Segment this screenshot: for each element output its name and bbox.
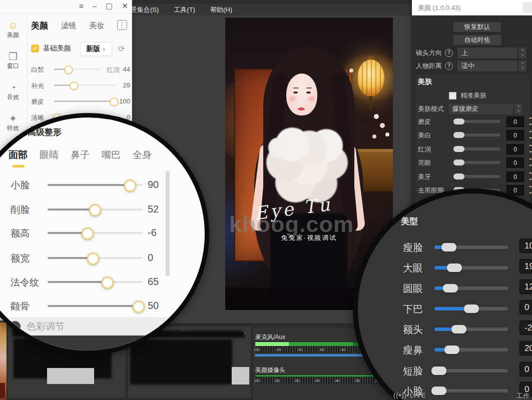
refresh-icon[interactable]: ⟳ <box>118 44 125 54</box>
cam-tick: -55 <box>274 378 280 383</box>
close-icon[interactable]: ✕ <box>122 2 128 10</box>
slider-value-field[interactable]: 0 <box>506 130 524 140</box>
compare-icon[interactable] <box>117 20 127 30</box>
slider-handle[interactable] <box>453 174 464 180</box>
sidebar-item-beauty[interactable]: ☺ 美颜 <box>0 20 26 40</box>
tab-beauty[interactable]: 美颜 <box>31 20 48 32</box>
scrollbar[interactable] <box>166 171 170 276</box>
skin-mode-dropdown[interactable]: 朦胧磨皮 <box>448 103 514 115</box>
slider-handle[interactable] <box>443 284 458 292</box>
slider-handle[interactable] <box>64 66 73 74</box>
slider-handle[interactable] <box>453 146 464 152</box>
slider-track[interactable] <box>434 246 508 249</box>
slider-track[interactable] <box>434 389 508 392</box>
slider-value-field[interactable]: 20 <box>519 341 532 356</box>
stepper-icon[interactable]: ⌃⌄ <box>525 158 532 167</box>
tab-body[interactable]: 全身 <box>133 148 152 162</box>
slider-handle[interactable] <box>447 264 462 272</box>
slider-track[interactable] <box>434 307 508 310</box>
slider-handle[interactable] <box>133 300 145 313</box>
slider-track[interactable] <box>48 281 143 283</box>
menu-item-help[interactable]: 帮助(H) <box>210 6 232 14</box>
menu-icon[interactable]: ≡ <box>79 2 84 10</box>
slider-fill <box>54 100 114 102</box>
slider-track[interactable] <box>48 305 143 307</box>
slider-track[interactable] <box>455 175 500 178</box>
lens-direction-dropdown[interactable]: 上 <box>457 47 518 59</box>
mic-volume-fill[interactable] <box>255 354 375 356</box>
slider-track[interactable] <box>434 286 508 290</box>
tab-makeup[interactable]: 美妆 <box>89 21 104 30</box>
slider-track[interactable] <box>455 148 500 150</box>
stepper-icon[interactable]: ⌃⌄ <box>525 172 532 181</box>
stepper-icon[interactable]: ⌃⌄ <box>525 144 532 154</box>
slider-value-field[interactable]: 0 <box>519 362 532 376</box>
slider-value-field[interactable]: 12 <box>519 280 532 294</box>
slider-track[interactable] <box>434 369 508 372</box>
basic-beauty-checkbox[interactable]: ✓ <box>31 44 39 52</box>
maximize-icon[interactable]: ▢ <box>106 2 113 10</box>
minimize-icon[interactable]: – <box>93 2 97 10</box>
slider-handle[interactable] <box>89 204 102 216</box>
help-icon[interactable]: ? <box>445 49 453 57</box>
slider-value-field[interactable]: 10 <box>519 238 532 253</box>
slider-handle[interactable] <box>431 386 446 395</box>
slider-extra-label: 红润 <box>107 66 120 74</box>
slider-handle[interactable] <box>431 366 446 375</box>
version-dropdown[interactable]: 新版 ∨ <box>80 42 112 56</box>
slider-track[interactable] <box>455 134 500 136</box>
restore-defaults-button[interactable]: 恢复默认 <box>453 22 501 32</box>
tab-mouth[interactable]: 嘴巴 <box>102 148 121 162</box>
slider-handle[interactable] <box>124 180 137 192</box>
slider-track[interactable] <box>48 257 143 259</box>
spinner-icon[interactable]: ⌃⌄ <box>514 103 523 115</box>
slider-handle[interactable] <box>70 82 78 90</box>
slider-handle[interactable] <box>81 228 94 240</box>
slider-label: 白皙 <box>31 66 44 74</box>
person-distance-dropdown[interactable]: 适中 <box>457 60 518 72</box>
slider-handle[interactable] <box>453 132 464 138</box>
tab-nose[interactable]: 鼻子 <box>71 148 90 162</box>
slider-handle[interactable] <box>87 252 100 265</box>
slider-track[interactable] <box>434 266 508 270</box>
beauty-smiley-icon: ☺ <box>0 20 26 31</box>
slider-handle[interactable] <box>453 118 464 124</box>
precise-skin-checkbox[interactable] <box>449 92 456 100</box>
slider-track[interactable] <box>455 161 500 164</box>
slider-track[interactable] <box>48 208 143 210</box>
slider-value-field[interactable]: 19 <box>519 259 532 274</box>
stepper-icon[interactable]: ⌃⌄ <box>525 130 532 140</box>
spinner-icon[interactable]: ⌃⌄ <box>518 47 527 59</box>
tab-eyes[interactable]: 眼睛 <box>40 148 59 162</box>
slider-handle[interactable] <box>453 160 464 166</box>
slider-track[interactable] <box>434 348 508 352</box>
slider-handle[interactable] <box>444 346 459 354</box>
plugin-titlebar-button[interactable] <box>523 2 532 13</box>
slider-value-field[interactable]: 0 <box>506 158 524 168</box>
slider-handle[interactable] <box>464 304 479 313</box>
tab-face[interactable]: 面部 <box>9 148 28 162</box>
slider-value-field[interactable]: 0 <box>506 172 524 182</box>
spinner-icon[interactable]: ⌃⌄ <box>518 60 527 72</box>
slider-value-field[interactable]: -2 <box>519 320 532 335</box>
autofocus-button[interactable]: 自动对焦 <box>453 34 501 46</box>
slider-value-field[interactable]: 0 <box>506 144 524 154</box>
menu-item-tools[interactable]: 工具(T) <box>174 6 195 14</box>
slider-track[interactable] <box>48 232 143 234</box>
stepper-icon[interactable]: ⌃⌄ <box>525 116 532 126</box>
slider-handle[interactable] <box>101 276 114 289</box>
slider-value-field[interactable]: 0 <box>506 116 524 127</box>
stepper-icon[interactable]: ⌃⌄ <box>525 185 532 194</box>
slider-handle[interactable] <box>441 243 456 252</box>
slider-track[interactable] <box>54 84 116 86</box>
help-icon[interactable]: ? <box>445 62 453 70</box>
slider-track[interactable] <box>54 100 116 102</box>
slider-track[interactable] <box>54 68 102 70</box>
slider-track[interactable] <box>434 328 508 331</box>
slider-value-field[interactable]: 0 <box>519 300 532 314</box>
slider-value: 52 <box>148 204 174 215</box>
slider-handle[interactable] <box>451 325 466 334</box>
slider-track[interactable] <box>455 120 500 123</box>
slider-track[interactable] <box>48 184 143 186</box>
tab-filter[interactable]: 滤镜 <box>61 21 76 30</box>
